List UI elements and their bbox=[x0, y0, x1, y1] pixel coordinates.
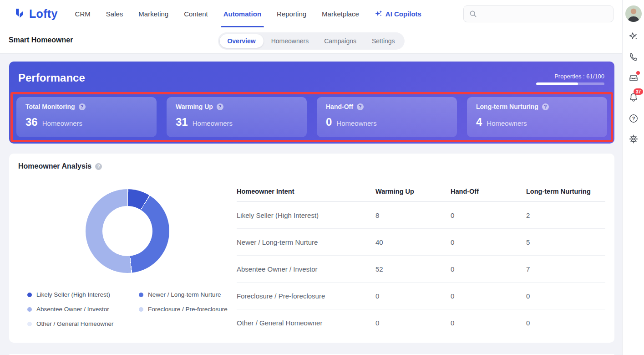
card-help-icon[interactable]: ? bbox=[79, 103, 86, 110]
top-navigation: Lofty CRMSalesMarketingContentAutomation… bbox=[0, 0, 622, 27]
stat-card-label: Warming Up bbox=[176, 103, 213, 110]
legend-dot bbox=[27, 293, 32, 297]
cell-value: 8 bbox=[375, 211, 451, 219]
lofty-logo-text: Lofty bbox=[29, 7, 58, 21]
card-help-icon[interactable]: ? bbox=[357, 103, 364, 110]
table-row-newer-long-term-nurture: Newer / Long-term Nurture4005 bbox=[237, 229, 605, 256]
stat-card-label: Total Monitoring bbox=[25, 103, 75, 110]
table-row-foreclosure-pre-foreclosure: Foreclosure / Pre-foreclosure000 bbox=[237, 283, 605, 309]
inbox-button[interactable] bbox=[628, 72, 639, 83]
table-body: Likely Seller (High Interest)802Newer / … bbox=[237, 202, 605, 336]
settings-button[interactable] bbox=[628, 134, 639, 144]
cell-value: 40 bbox=[375, 238, 451, 246]
stat-card-label: Hand-Off bbox=[326, 103, 353, 110]
stat-card-total-monitoring: Total Monitoring?36Homeowners bbox=[16, 97, 157, 137]
tab-homeowners[interactable]: Homeowners bbox=[264, 34, 316, 48]
nav-item-crm[interactable]: CRM bbox=[75, 0, 91, 27]
nav-item-content[interactable]: Content bbox=[184, 0, 208, 27]
table-row-absentee-owner-investor: Absentee Owner / Investor5207 bbox=[237, 256, 605, 283]
cell-value: 0 bbox=[526, 319, 605, 327]
tab-settings[interactable]: Settings bbox=[364, 34, 403, 48]
cell-intent: Likely Seller (High Interest) bbox=[237, 211, 375, 219]
nav-item-ai-copilots[interactable]: AI Copilots bbox=[375, 10, 421, 18]
legend-label: Other / General Homeowner bbox=[36, 320, 114, 327]
annotation-highlight-box: Total Monitoring?36HomeownersWarming Up?… bbox=[10, 92, 613, 142]
notifications-button[interactable]: 37 bbox=[628, 92, 639, 103]
homeowner-analysis-card: Homeowner Analysis ? Likely Seller (High… bbox=[9, 154, 614, 343]
stat-card-label: Long-term Nurturing bbox=[476, 103, 538, 110]
primary-nav: CRMSalesMarketingContentAutomationReport… bbox=[75, 0, 359, 27]
cell-value: 0 bbox=[451, 265, 526, 273]
properties-usage-label: Properties : 61/100 bbox=[554, 73, 604, 80]
table-row-other-general-homeowner: Other / General Homeowner000 bbox=[237, 309, 605, 336]
card-help-icon[interactable]: ? bbox=[217, 103, 223, 110]
cell-value: 0 bbox=[526, 292, 605, 300]
analysis-header: Homeowner Analysis ? bbox=[18, 162, 102, 170]
user-avatar[interactable] bbox=[625, 5, 642, 22]
stat-card-value: 31 bbox=[176, 116, 188, 129]
legend-label: Absentee Owner / Investor bbox=[36, 306, 109, 313]
tab-group: OverviewHomeownersCampaignsSettings bbox=[218, 32, 404, 50]
cell-value: 0 bbox=[375, 319, 451, 327]
notification-count-badge: 37 bbox=[634, 88, 643, 95]
page-title: Smart Homeowner bbox=[9, 36, 73, 44]
stat-card-unit: Homeowners bbox=[193, 119, 233, 127]
nav-item-marketplace[interactable]: Marketplace bbox=[322, 0, 359, 27]
cell-value: 0 bbox=[451, 292, 526, 300]
column-header-hand-off: Hand-Off bbox=[451, 188, 526, 195]
properties-progress-fill bbox=[536, 82, 578, 85]
legend-item-absentee-owner-investor: Absentee Owner / Investor bbox=[27, 306, 130, 313]
sparkle-icon bbox=[375, 10, 383, 18]
global-search[interactable] bbox=[463, 5, 614, 22]
performance-panel: Performance Properties : 61/100 Total Mo… bbox=[9, 62, 614, 144]
legend-item-likely-seller-high-interest: Likely Seller (High Interest) bbox=[27, 291, 130, 298]
nav-item-reporting[interactable]: Reporting bbox=[277, 0, 306, 27]
cell-value: 7 bbox=[526, 265, 605, 273]
legend-dot bbox=[139, 307, 143, 312]
ai-copilots-label: AI Copilots bbox=[385, 10, 421, 18]
cell-value: 52 bbox=[375, 265, 451, 273]
stat-card-unit: Homeowners bbox=[42, 119, 82, 127]
gear-icon bbox=[628, 134, 639, 144]
nav-item-automation[interactable]: Automation bbox=[223, 0, 261, 27]
stat-card-unit: Homeowners bbox=[336, 119, 376, 127]
legend-label: Foreclosure / Pre-foreclosure bbox=[148, 306, 228, 313]
legend-label: Likely Seller (High Interest) bbox=[36, 291, 110, 298]
ai-assistant-button[interactable] bbox=[628, 31, 639, 42]
cell-intent: Other / General Homeowner bbox=[237, 319, 375, 327]
nav-item-sales[interactable]: Sales bbox=[106, 0, 123, 27]
avatar-photo bbox=[625, 5, 642, 22]
stat-card-value: 36 bbox=[25, 116, 38, 129]
tab-overview[interactable]: Overview bbox=[219, 34, 263, 48]
chart-legend: Likely Seller (High Interest)Newer / Lon… bbox=[27, 291, 228, 327]
legend-label: Newer / Long-term Nurture bbox=[148, 291, 221, 298]
legend-item-newer-long-term-nurture: Newer / Long-term Nurture bbox=[139, 291, 228, 298]
nav-item-marketing[interactable]: Marketing bbox=[138, 0, 168, 27]
stat-card-hand-off: Hand-Off?0Homeowners bbox=[317, 97, 457, 137]
legend-dot bbox=[139, 293, 143, 297]
sub-navigation: Smart Homeowner OverviewHomeownersCampai… bbox=[0, 27, 622, 54]
app-window: Lofty CRMSalesMarketingContentAutomation… bbox=[0, 0, 644, 355]
lofty-logo[interactable]: Lofty bbox=[14, 7, 58, 21]
analysis-title: Homeowner Analysis bbox=[18, 162, 91, 170]
cell-value: 2 bbox=[526, 211, 605, 219]
column-header-homeowner-intent: Homeowner Intent bbox=[237, 188, 375, 195]
help-icon[interactable]: ? bbox=[95, 163, 102, 170]
dialer-button[interactable] bbox=[628, 51, 639, 62]
tab-campaigns[interactable]: Campaigns bbox=[316, 34, 364, 48]
intent-table: Homeowner IntentWarming UpHand-OffLong-t… bbox=[237, 188, 605, 336]
legend-item-other-general-homeowner: Other / General Homeowner bbox=[27, 320, 130, 327]
help-button[interactable]: ? bbox=[628, 113, 639, 124]
inbox-unread-dot bbox=[636, 71, 640, 75]
phone-icon bbox=[628, 51, 639, 62]
search-input[interactable] bbox=[481, 10, 613, 18]
card-help-icon[interactable]: ? bbox=[542, 103, 549, 110]
question-circle-icon: ? bbox=[628, 113, 639, 124]
homeowner-intent-donut-chart bbox=[86, 189, 169, 273]
column-header-warming-up: Warming Up bbox=[375, 188, 451, 195]
cell-intent: Newer / Long-term Nurture bbox=[237, 238, 375, 246]
search-icon bbox=[469, 10, 477, 18]
sparkles-icon bbox=[628, 31, 639, 42]
cell-intent: Absentee Owner / Investor bbox=[237, 265, 375, 273]
legend-dot bbox=[27, 307, 32, 312]
